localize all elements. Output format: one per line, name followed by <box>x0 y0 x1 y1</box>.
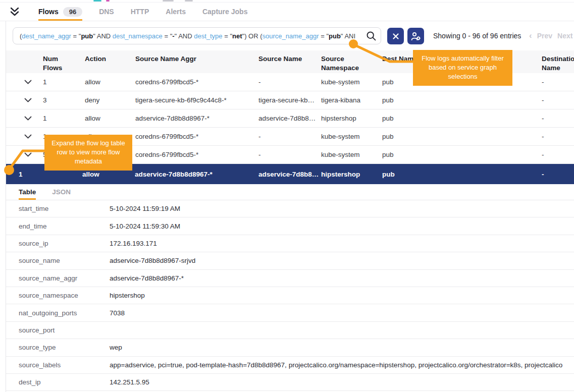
query-value: net <box>232 32 242 40</box>
tab-alerts[interactable]: Alerts <box>166 3 186 21</box>
detail-field-value: adservice-7d8b8d8967-* <box>110 274 574 282</box>
prev-button[interactable]: Prev <box>537 32 552 40</box>
tab-label: Alerts <box>166 8 186 16</box>
query-value: pub <box>81 32 93 40</box>
query-op: = <box>163 32 170 40</box>
tab-label: DNS <box>99 8 114 16</box>
cell-action: allow <box>82 171 135 178</box>
clear-filter-button[interactable] <box>387 28 404 44</box>
next-button[interactable]: Next <box>557 32 572 40</box>
detail-field-key: nat_outgoing_ports <box>19 309 110 317</box>
query-op: AND <box>95 32 113 40</box>
cell-action: allow <box>85 115 135 122</box>
query-op: = <box>71 32 79 40</box>
query-value: pub <box>329 32 341 40</box>
cell-source-name: - <box>258 151 321 158</box>
cell-source-name: - <box>258 133 321 140</box>
detail-field-key: dest_ip <box>19 378 110 386</box>
cell-dest-name-aggr: pub <box>382 115 542 122</box>
panel-left-border <box>6 21 6 392</box>
expand-chevron-icon[interactable] <box>24 80 43 84</box>
cell-dest-name-aggr: pub <box>382 133 542 140</box>
flow-detail-tabs: TableJSON <box>6 184 574 200</box>
detail-field-row: source_port <box>6 322 574 339</box>
detail-field-row: nat_outgoing_ports7038 <box>6 304 574 321</box>
tab-count-badge: 96 <box>63 7 82 17</box>
tab-label: HTTP <box>131 8 149 16</box>
cell-source-namespace: kube-system <box>321 78 382 86</box>
tab-http[interactable]: HTTP <box>131 3 149 21</box>
cell-dest-name-aggr: pub <box>382 151 542 158</box>
detail-field-value: 7038 <box>110 309 574 317</box>
filter-search-input[interactable]: (dest_name_aggr = "pub" AND dest_namespa… <box>13 27 381 44</box>
cell-source-namespace: tigera-kibana <box>321 96 382 104</box>
query-op: ANI <box>343 32 355 40</box>
expand-chevron-icon[interactable] <box>24 116 43 121</box>
tab-flows[interactable]: Flows96 <box>38 3 82 21</box>
detail-field-key: source_port <box>19 326 110 334</box>
flow-row[interactable]: 3denytigera-secure-kb-6f9c9c44c8-*tigera… <box>6 91 574 109</box>
header-spacer <box>24 54 43 73</box>
detail-field-key: source_namespace <box>19 292 110 299</box>
tab-label: Flows <box>38 8 59 16</box>
detail-field-value: adservice-7d8b8d8967-srjvd <box>110 257 574 264</box>
detail-field-row: source_ip172.16.193.171 <box>6 235 574 252</box>
detail-tab-json[interactable]: JSON <box>52 184 71 200</box>
expand-chevron-icon[interactable] <box>24 98 43 102</box>
detail-field-row: end_time5-10-2024 11:59:30 AM <box>6 217 574 235</box>
pagination: ‹ Prev Next › <box>529 31 574 40</box>
detail-field-row: source_namespacehipstershop <box>6 287 574 304</box>
cell-source-name-aggr: coredns-6799fbcd5-* <box>135 133 258 140</box>
tooltip-filter-service-graph: Flow logs automatically filter based on … <box>413 50 512 86</box>
cell-num: 1 <box>19 171 82 178</box>
flow-detail-fields: start_time5-10-2024 11:59:19 AMend_time5… <box>6 200 574 391</box>
cell-destination-name: - <box>542 78 574 86</box>
clipped-fragment <box>163 0 174 2</box>
clear-filter-icon <box>391 32 400 41</box>
cell-num: 3 <box>43 96 85 104</box>
cell-dest-name-aggr: pub <box>382 96 542 104</box>
detail-field-value: app=adservice, pci=true, pod-template-ha… <box>110 361 574 369</box>
cell-source-name: adservice-7d8b8… <box>258 115 321 122</box>
cell-source-namespace: hipstershop <box>321 115 382 122</box>
cell-source-namespace: kube-system <box>321 151 382 158</box>
collapse-panel-button[interactable] <box>8 5 22 18</box>
detail-field-value: wep <box>110 344 574 351</box>
detail-field-value: 5-10-2024 11:59:19 AM <box>110 205 574 212</box>
tab-dns[interactable]: DNS <box>99 3 114 21</box>
clipped-fragment <box>185 0 193 2</box>
expand-chevron-icon[interactable] <box>24 152 43 157</box>
user-settings-button[interactable] <box>407 28 424 44</box>
detail-field-row: source_nameadservice-7d8b8d8967-srjvd <box>6 252 574 269</box>
expand-chevron-icon[interactable] <box>24 134 43 139</box>
cell-source-name-aggr: coredns-6799fbcd5-* <box>135 78 258 86</box>
detail-field-value: 5-10-2024 11:59:30 AM <box>110 222 574 230</box>
tab-label: Capture Jobs <box>202 8 247 16</box>
cell-num: 1 <box>43 78 85 86</box>
prev-chevron-icon[interactable]: ‹ <box>529 31 532 40</box>
detail-field-row: source_typewep <box>6 339 574 356</box>
cell-source-name-aggr: coredns-6799fbcd5-* <box>135 151 258 158</box>
cell-action: allow <box>85 78 135 86</box>
entries-summary: Showing 0 - 96 of 96 entries <box>433 32 521 40</box>
cell-dest-name-aggr: pub <box>382 171 542 178</box>
flow-row[interactable]: 1allowadservice-7d8b8d8967-*adservice-7d… <box>6 109 574 128</box>
column-header-source-name: Source Name <box>258 54 321 73</box>
cell-source-name: adservice-7d8b8… <box>258 171 321 178</box>
detail-tab-table[interactable]: Table <box>19 184 36 200</box>
detail-field-key: source_name <box>19 257 110 264</box>
detail-field-key: source_type <box>19 344 110 351</box>
query-field: dest_type <box>194 32 222 40</box>
cell-action: deny <box>85 96 135 104</box>
cell-source-namespace: kube-system <box>321 133 382 140</box>
detail-field-key: start_time <box>19 205 110 212</box>
query-field: source_name_aggr <box>263 32 319 40</box>
flow-logs-panel: Flows96DNSHTTPAlertsCapture Jobs (dest_n… <box>0 0 574 392</box>
tab-capture-jobs[interactable]: Capture Jobs <box>202 3 247 21</box>
filter-query: (dest_name_aggr = "pub" AND dest_namespa… <box>20 32 355 40</box>
double-chevron-down-icon <box>9 7 20 17</box>
detail-field-key: source_labels <box>19 361 110 369</box>
clipped-fragment <box>106 0 110 2</box>
cell-source-name-aggr: tigera-secure-kb-6f9c9c44c8-* <box>135 96 258 104</box>
search-icon[interactable] <box>366 31 377 43</box>
